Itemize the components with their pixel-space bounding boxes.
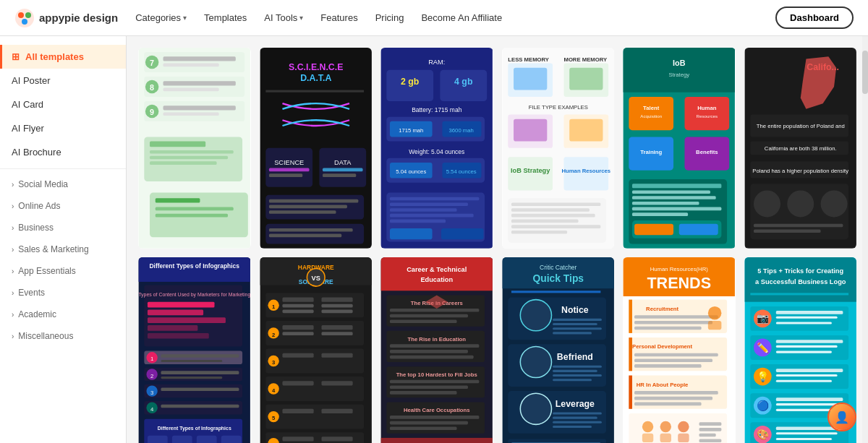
svg-point-249 xyxy=(520,299,551,330)
sidebar-item-ai-card[interactable]: AI Card xyxy=(0,93,126,116)
template-card-r2c1[interactable]: Different Types of Infographics Types of… xyxy=(138,257,251,443)
nav-ai-tools[interactable]: AI Tools ▾ xyxy=(264,12,303,23)
template-card-r1c1[interactable]: 7 8 9 xyxy=(138,48,251,249)
svg-point-132 xyxy=(820,190,847,217)
template-card-r2c4[interactable]: Critic Catcher Quick Tips Notice xyxy=(502,257,615,443)
svg-rect-267 xyxy=(553,421,602,423)
nav-features[interactable]: Features xyxy=(320,12,357,23)
sidebar-item-all-templates[interactable]: ⊞ All templates xyxy=(0,45,126,69)
sidebar-section-events[interactable]: › Events xyxy=(0,282,126,304)
svg-rect-185 xyxy=(282,309,313,313)
chevron-icon: › xyxy=(12,181,14,189)
sidebar-section-online-ads[interactable]: › Online Ads xyxy=(0,195,126,217)
svg-rect-9 xyxy=(163,64,219,67)
template-card-r2c3[interactable]: Career & Technical Education The Rise in… xyxy=(380,257,493,443)
nav-affiliate[interactable]: Become An Affiliate xyxy=(421,12,502,23)
dashboard-button[interactable]: Dashboard xyxy=(775,7,854,29)
sidebar-item-ai-poster[interactable]: AI Poster xyxy=(0,69,126,93)
svg-text:The entire population of Polan: The entire population of Poland and xyxy=(756,123,844,129)
sidebar-section-academic[interactable]: › Academic xyxy=(0,304,126,325)
svg-rect-324 xyxy=(775,350,831,353)
svg-point-263 xyxy=(520,393,551,424)
svg-text:HR In About People: HR In About People xyxy=(637,382,689,388)
svg-text:2: 2 xyxy=(271,331,274,337)
svg-rect-294 xyxy=(634,396,712,400)
svg-rect-115 xyxy=(632,202,699,205)
svg-rect-288 xyxy=(634,358,712,362)
sidebar-section-app-essentials[interactable]: › App Essentials xyxy=(0,260,126,282)
svg-rect-70 xyxy=(390,214,474,218)
svg-rect-120 xyxy=(679,224,718,235)
scrollbar-track[interactable] xyxy=(862,36,868,443)
sidebar-section-business[interactable]: › Business xyxy=(0,217,126,238)
svg-rect-206 xyxy=(265,404,364,429)
logo-text: appypie design xyxy=(39,12,118,24)
svg-rect-187 xyxy=(321,304,352,307)
svg-rect-18 xyxy=(163,106,236,110)
svg-rect-69 xyxy=(390,208,457,212)
svg-rect-158 xyxy=(161,387,239,391)
svg-rect-24 xyxy=(150,161,217,165)
avatar-button[interactable]: 👤 xyxy=(827,403,856,431)
svg-rect-260 xyxy=(553,374,602,377)
svg-text:2: 2 xyxy=(150,372,153,379)
svg-rect-230 xyxy=(390,355,474,358)
svg-text:MORE MEMORY: MORE MEMORY xyxy=(563,56,607,63)
svg-text:Poland has a higher population: Poland has a higher population density xyxy=(752,168,848,174)
svg-text:3600 mah: 3600 mah xyxy=(449,127,474,134)
svg-rect-240 xyxy=(390,426,457,430)
svg-rect-47 xyxy=(268,234,341,238)
svg-text:Different Types of Infographic: Different Types of Infographics xyxy=(149,262,239,270)
svg-rect-91 xyxy=(511,202,600,206)
sidebar-section-sales-marketing[interactable]: › Sales & Marketing xyxy=(0,238,126,260)
svg-rect-22 xyxy=(150,150,234,154)
chevron-icon: › xyxy=(12,332,14,340)
svg-rect-40 xyxy=(323,173,356,177)
svg-rect-293 xyxy=(634,391,718,395)
template-card-r1c6[interactable]: Califo... The entire population of Polan… xyxy=(744,48,857,249)
svg-rect-33 xyxy=(265,148,312,187)
template-card-r1c4[interactable]: LESS MEMORY MORE MEMORY FILE TYPE EXAMPL… xyxy=(502,48,615,249)
template-card-r1c5[interactable]: IoB Strategy Talent Acquisition Human Re… xyxy=(623,48,736,249)
svg-text:7: 7 xyxy=(150,59,154,67)
template-card-r2c5[interactable]: Human Resources(HR) TRENDS Recruitment xyxy=(623,257,736,443)
svg-text:💡: 💡 xyxy=(756,370,769,382)
svg-text:📷: 📷 xyxy=(756,312,769,324)
svg-text:5.04 ounces: 5.04 ounces xyxy=(396,168,426,175)
svg-rect-148 xyxy=(161,354,239,358)
template-card-r2c2[interactable]: HARDWARE VS SOFTWARE VS 1 xyxy=(260,257,373,443)
sidebar-item-ai-flyer[interactable]: AI Flyer xyxy=(0,116,126,140)
svg-rect-201 xyxy=(265,377,364,401)
svg-rect-73 xyxy=(441,228,484,239)
svg-point-1 xyxy=(18,12,24,18)
svg-text:LESS MEMORY: LESS MEMORY xyxy=(508,56,549,63)
svg-text:🔵: 🔵 xyxy=(756,399,769,411)
svg-rect-281 xyxy=(634,326,702,330)
svg-rect-209 xyxy=(282,408,313,413)
svg-text:RAM:: RAM: xyxy=(428,59,445,66)
svg-text:Strategy: Strategy xyxy=(668,72,689,78)
scrollbar-thumb[interactable] xyxy=(862,51,868,94)
svg-rect-37 xyxy=(319,148,366,187)
svg-rect-233 xyxy=(390,379,479,383)
main-layout: ⊞ All templates AI Poster AI Card AI Fly… xyxy=(0,36,868,443)
svg-rect-298 xyxy=(642,433,653,442)
card-inner: S.C.I.E.N.C.E D.A.T.A SCIENCE xyxy=(260,48,373,249)
sidebar-section-miscellaneous[interactable]: › Miscellaneous xyxy=(0,325,126,347)
svg-text:California are both 38 million: California are both 38 million. xyxy=(764,145,836,152)
svg-point-3 xyxy=(22,19,27,25)
nav-templates[interactable]: Templates xyxy=(204,12,247,23)
svg-text:Acquisition: Acquisition xyxy=(640,113,662,119)
svg-rect-251 xyxy=(553,319,602,321)
nav-categories[interactable]: Categories ▾ xyxy=(135,12,187,23)
nav-pricing[interactable]: Pricing xyxy=(375,12,404,23)
svg-rect-342 xyxy=(775,438,831,440)
sidebar-section-social-media[interactable]: › Social Media xyxy=(0,173,126,195)
svg-text:1: 1 xyxy=(271,304,275,310)
sidebar-item-ai-brochure[interactable]: AI Brochure xyxy=(0,140,126,164)
template-card-r1c2[interactable]: S.C.I.E.N.C.E D.A.T.A SCIENCE xyxy=(260,48,373,249)
svg-text:Career & Technical: Career & Technical xyxy=(407,266,467,273)
logo[interactable]: appypie design xyxy=(14,8,118,28)
svg-rect-195 xyxy=(321,332,352,335)
template-card-r1c3[interactable]: RAM: 2 gb 4 gb Battery: 1715 mah 1715 ma… xyxy=(380,48,493,249)
